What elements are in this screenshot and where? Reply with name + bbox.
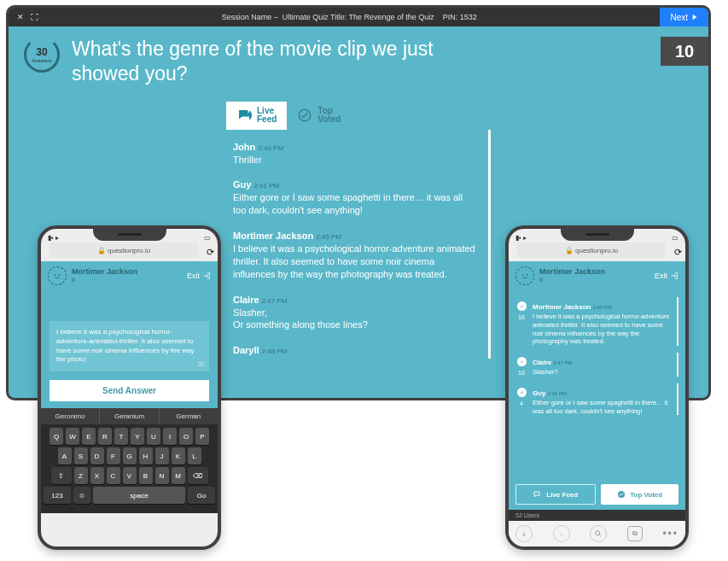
go-key[interactable]: Go: [188, 487, 215, 504]
broadcast-icon: [533, 489, 543, 500]
lock-icon: 🔒: [565, 247, 574, 254]
next-button[interactable]: Next: [660, 8, 708, 26]
answers-counter: 30 Answers: [24, 37, 60, 73]
key[interactable]: B: [139, 467, 153, 484]
users-count: 52 Users: [509, 510, 685, 521]
voted-item: 10Claire2:47 PMSlasher?: [515, 353, 678, 377]
key[interactable]: E: [82, 428, 96, 445]
tab-live-feed[interactable]: Live Feed: [515, 484, 596, 505]
key[interactable]: R: [98, 428, 112, 445]
exit-button[interactable]: Exit: [655, 272, 678, 280]
key[interactable]: L: [188, 447, 201, 465]
avatar: [48, 266, 67, 285]
battery-icon: ▭: [204, 234, 211, 242]
key[interactable]: M: [172, 467, 185, 484]
avatar: [515, 266, 534, 285]
suggestion[interactable]: Geronimo: [41, 408, 100, 424]
feed-entry: Guy2:41 PMEither gore or I saw some spag…: [233, 176, 478, 217]
battery-icon: ▭: [672, 234, 678, 242]
key[interactable]: D: [90, 447, 104, 465]
signal-icon: ▮▪ ▸: [48, 234, 59, 242]
url-bar[interactable]: 🔒 questionpro.io: [50, 243, 198, 258]
app-header: Mortimer JacksonII Exit: [41, 261, 218, 290]
browser-nav: ‹ › ⧉ •••: [509, 521, 685, 546]
suggestion[interactable]: German: [160, 408, 218, 424]
key[interactable]: Y: [131, 428, 144, 445]
check-circle-icon: [297, 108, 312, 123]
svg-point-2: [58, 274, 60, 276]
exit-icon: [670, 272, 678, 280]
more-button[interactable]: •••: [662, 528, 678, 540]
vote-button[interactable]: [517, 388, 527, 397]
exit-icon: [202, 272, 211, 280]
search-icon: [594, 529, 603, 538]
vote-button[interactable]: [517, 301, 527, 311]
feed-panel: Live Feed Top Voted John2:40 PMThrillerG…: [226, 102, 491, 359]
key[interactable]: V: [123, 467, 137, 484]
svg-point-1: [55, 274, 56, 276]
session-title: Session Name – Ultimate Quiz Title: The …: [38, 13, 660, 21]
reload-icon[interactable]: ⟳: [674, 247, 682, 258]
fullscreen-icon[interactable]: ⛶: [31, 13, 38, 21]
keyboard[interactable]: QWERTYUIOPASDFGHJKL⇧ZXCVBNM⌫123☺spaceGo: [41, 424, 218, 513]
key[interactable]: G: [123, 447, 137, 465]
back-button[interactable]: ‹: [515, 525, 533, 542]
top-bar: ✕ ⛶ Session Name – Ultimate Quiz Title: …: [9, 8, 708, 26]
key[interactable]: C: [107, 467, 120, 484]
svg-point-6: [596, 531, 600, 535]
svg-point-3: [522, 274, 524, 276]
question-text: What's the genre of the movie clip we ju…: [72, 37, 481, 86]
feed-entry: Mortimer Jackson2:45 PMI believe it was …: [233, 227, 478, 281]
key[interactable]: Z: [74, 467, 88, 484]
search-button[interactable]: [590, 525, 607, 542]
numbers-key[interactable]: 123: [44, 487, 71, 504]
shift-key[interactable]: ⇧: [51, 467, 72, 484]
send-answer-button[interactable]: Send Answer: [50, 380, 209, 401]
exit-button[interactable]: Exit: [187, 272, 211, 280]
key[interactable]: Q: [50, 428, 63, 445]
tabs-button[interactable]: ⧉: [627, 526, 643, 541]
keyboard-suggestions[interactable]: GeronimoGeraniumGerman: [41, 408, 218, 424]
check-circle-icon: [616, 489, 626, 500]
backspace-key[interactable]: ⌫: [188, 467, 208, 484]
key[interactable]: I: [163, 428, 177, 445]
key[interactable]: K: [172, 447, 185, 465]
key[interactable]: O: [179, 428, 193, 445]
close-icon[interactable]: ✕: [17, 13, 24, 21]
feed-entry: Daryll2:48 PMCutter dicer chopper thing: [233, 342, 478, 358]
reload-icon[interactable]: ⟳: [207, 247, 214, 258]
vote-button[interactable]: [517, 357, 527, 366]
key[interactable]: S: [74, 447, 88, 465]
key[interactable]: J: [155, 447, 169, 465]
phone-right: ▮▪ ▸▭ 🔒 questionpro.io ⟳ Mortimer Jackso…: [505, 225, 689, 550]
signal-icon: ▮▪ ▸: [515, 234, 527, 242]
lock-icon: 🔒: [97, 247, 106, 254]
url-bar[interactable]: 🔒 questionpro.io: [517, 243, 666, 258]
space-key[interactable]: space: [93, 487, 185, 504]
tab-top-voted[interactable]: Top Voted: [601, 484, 679, 505]
voted-item: 16Mortimer Jackson2:45 PMI believe it wa…: [515, 297, 678, 346]
emoji-key[interactable]: ☺: [73, 487, 90, 504]
key[interactable]: U: [147, 428, 160, 445]
key[interactable]: X: [90, 467, 104, 484]
tab-live-feed[interactable]: Live Feed: [226, 102, 287, 130]
broadcast-icon: [236, 108, 252, 123]
key[interactable]: W: [66, 428, 79, 445]
answer-textarea[interactable]: I believe it was a psychological horror-…: [50, 321, 209, 371]
suggestion[interactable]: Geranium: [100, 408, 159, 424]
svg-point-4: [526, 274, 527, 276]
key[interactable]: N: [155, 467, 169, 484]
key[interactable]: H: [139, 447, 153, 465]
key[interactable]: T: [114, 428, 128, 445]
feed-entry: Claire2:47 PMSlasher,Or something along …: [233, 291, 478, 332]
app-header: Mortimer JacksonII Exit: [509, 261, 685, 290]
key[interactable]: A: [58, 447, 72, 465]
key[interactable]: P: [195, 428, 209, 445]
phone-left: ▮▪ ▸▭ 🔒 questionpro.io ⟳ Mortimer Jackso…: [38, 225, 221, 550]
tab-top-voted[interactable]: Top Voted: [287, 102, 351, 130]
forward-button[interactable]: ›: [553, 525, 570, 542]
voted-item: 4Guy2:41 PMEither gore or I saw some spa…: [515, 383, 678, 416]
countdown-timer: 10: [661, 37, 708, 66]
key[interactable]: F: [107, 447, 120, 465]
feed-entry: John2:40 PMThriller: [233, 138, 478, 167]
